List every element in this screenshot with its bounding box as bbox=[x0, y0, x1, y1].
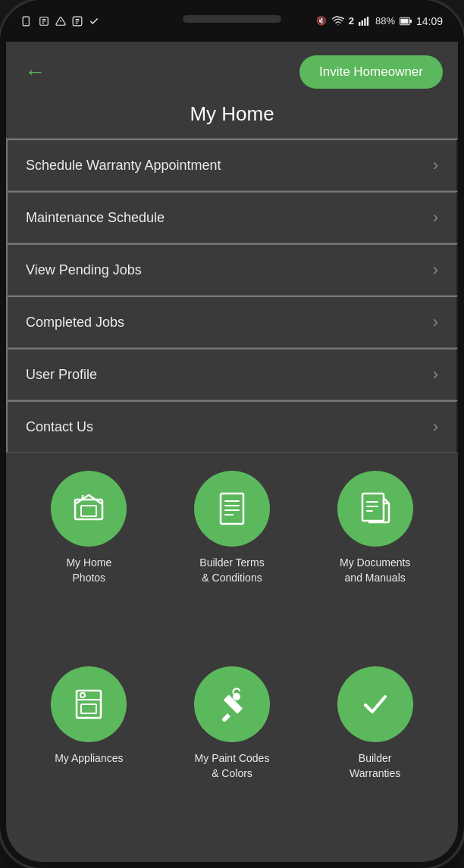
builder-terms-icon-circle bbox=[194, 471, 270, 547]
grid-section: My HomePhotos Builder Terms& Conditions bbox=[6, 453, 458, 862]
grid-item-label: Builder Terms& Conditions bbox=[199, 556, 264, 585]
check-icon bbox=[88, 15, 100, 27]
invite-homeowner-button[interactable]: Invite Homeowner bbox=[299, 55, 443, 89]
svg-rect-12 bbox=[367, 17, 368, 26]
grid-item-my-paint[interactable]: My Paint Codes& Colors bbox=[165, 666, 300, 847]
svg-rect-18 bbox=[81, 506, 96, 516]
grid-item-label: My Paint Codes& Colors bbox=[195, 751, 270, 781]
page-title: My Home bbox=[6, 96, 458, 138]
menu-item-label: View Pending Jobs bbox=[26, 262, 142, 278]
grid-item-my-appliances[interactable]: My Appliances bbox=[21, 666, 157, 847]
chevron-right-icon: › bbox=[433, 365, 438, 384]
home-photos-icon bbox=[69, 489, 108, 528]
my-home-photos-icon-circle bbox=[51, 471, 127, 547]
grid-item-builder-warranties[interactable]: BuilderWarranties bbox=[307, 666, 443, 847]
back-button[interactable]: ← bbox=[21, 58, 49, 86]
battery-icon bbox=[400, 15, 412, 27]
menu-item-label: Completed Jobs bbox=[26, 315, 124, 331]
svg-rect-9 bbox=[359, 22, 360, 26]
builder-terms-icon bbox=[212, 489, 252, 528]
menu-item-label: Contact Us bbox=[26, 419, 93, 435]
media-icon bbox=[71, 15, 83, 27]
appliances-icon bbox=[69, 685, 108, 724]
grid-item-label: My HomePhotos bbox=[66, 556, 111, 585]
chevron-right-icon: › bbox=[433, 208, 438, 227]
status-right: 🔇 2 88% 14:09 bbox=[315, 15, 443, 27]
back-arrow-icon: ← bbox=[24, 60, 45, 83]
network-2: 2 bbox=[349, 15, 354, 27]
time-display: 14:09 bbox=[416, 15, 443, 27]
alert-icon bbox=[55, 15, 67, 27]
menu-item-completed-jobs[interactable]: Completed Jobs › bbox=[6, 296, 458, 348]
chevron-right-icon: › bbox=[433, 312, 438, 332]
wifi-icon bbox=[332, 15, 344, 27]
menu-item-view-pending-jobs[interactable]: View Pending Jobs › bbox=[6, 243, 458, 296]
menu-item-label: Maintenance Schedule bbox=[26, 210, 165, 226]
svg-rect-14 bbox=[410, 19, 412, 22]
battery-text: 88% bbox=[375, 15, 395, 27]
grid-item-my-documents[interactable]: My Documentsand Manuals bbox=[307, 471, 443, 651]
grid-item-label: My Appliances bbox=[55, 751, 123, 766]
chevron-right-icon: › bbox=[433, 260, 438, 280]
menu-item-maintenance-schedule[interactable]: Maintenance Schedule › bbox=[6, 191, 458, 243]
svg-rect-10 bbox=[362, 20, 363, 26]
phone-screen: ← Invite Homeowner My Home Schedule Warr… bbox=[6, 42, 458, 862]
notch-pill bbox=[183, 15, 281, 23]
menu-item-schedule-warranty[interactable]: Schedule Warranty Appointment › bbox=[6, 139, 458, 191]
menu-item-label: User Profile bbox=[26, 367, 97, 383]
my-documents-icon-circle bbox=[337, 471, 413, 547]
phone-frame: 🔇 2 88% 14:09 ← Invite Homeowner My Home bbox=[0, 0, 464, 868]
header-bar: ← Invite Homeowner bbox=[6, 42, 458, 96]
my-paint-icon-circle bbox=[194, 666, 270, 742]
svg-rect-31 bbox=[81, 704, 96, 713]
grid-item-my-home-photos[interactable]: My HomePhotos bbox=[21, 471, 157, 651]
grid-item-label: BuilderWarranties bbox=[350, 751, 400, 781]
grid-item-builder-terms[interactable]: Builder Terms& Conditions bbox=[165, 471, 300, 651]
svg-rect-19 bbox=[221, 494, 243, 524]
menu-item-user-profile[interactable]: User Profile › bbox=[6, 348, 458, 400]
builder-warranties-icon-circle bbox=[337, 666, 413, 742]
svg-rect-11 bbox=[364, 18, 365, 26]
svg-rect-15 bbox=[400, 18, 408, 24]
mute-icon: 🔇 bbox=[315, 15, 328, 27]
phone-icon bbox=[21, 15, 33, 27]
paint-codes-icon bbox=[212, 685, 252, 724]
menu-item-label: Schedule Warranty Appointment bbox=[26, 158, 221, 174]
notification-icon bbox=[38, 15, 50, 27]
my-appliances-icon-circle bbox=[51, 666, 127, 742]
grid-item-label: My Documentsand Manuals bbox=[340, 556, 410, 585]
chevron-right-icon: › bbox=[433, 417, 438, 437]
menu-item-contact-us[interactable]: Contact Us › bbox=[6, 400, 458, 453]
chevron-right-icon: › bbox=[433, 155, 438, 175]
svg-point-30 bbox=[80, 693, 85, 697]
builder-warranties-icon bbox=[356, 685, 395, 724]
menu-list: Schedule Warranty Appointment › Maintena… bbox=[6, 138, 458, 453]
status-left bbox=[21, 15, 100, 27]
documents-manuals-icon bbox=[356, 489, 395, 528]
signal-icon bbox=[359, 15, 371, 27]
